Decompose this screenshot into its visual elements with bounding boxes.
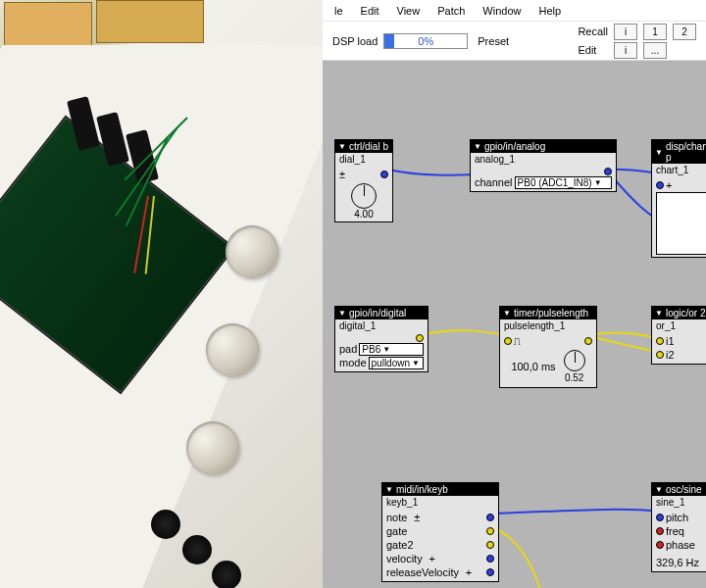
patcher-app: le Edit View Patch Window Help DSP load … [323,0,706,588]
toolbar: DSP load 0% Preset Recall i 1 2 Edit i .… [323,22,706,61]
node-digital-header[interactable]: gpio/in/digital [335,307,428,319]
pulse-in-pin[interactable] [504,337,512,345]
sine-freq-label: freq [666,524,684,538]
node-dial[interactable]: ctrl/dial b dial_1 ± 4.00 [334,139,393,222]
edit-dots-button[interactable]: ... [643,42,667,59]
pulse-out-pin[interactable] [584,337,592,345]
dial-pm: ± [339,168,345,181]
node-pulselength-header[interactable]: timer/pulselength [500,307,596,319]
or-i1-pin[interactable] [656,337,664,345]
keyb-note-pm: ± [414,511,420,524]
node-chart-name: chart_1 [652,164,706,176]
chart-in-pin[interactable] [656,181,664,189]
hardware-photo [0,0,323,588]
keyb-note-label: note [386,511,407,524]
node-sine-header[interactable]: osc/sine [652,483,706,496]
keyb-gate-label: gate [386,524,407,538]
keyb-velocity-pin[interactable] [486,555,494,563]
node-digital-name: digital_1 [335,319,428,332]
pulse-value: 0.52 [564,371,585,385]
sine-pitch-pin[interactable] [656,514,664,521]
pulse-ms: 100,0 ms [511,360,555,373]
digital-out-pin[interactable] [416,334,424,342]
keyb-velocity-label: velocity [386,552,423,565]
keyb-gate-pin[interactable] [486,527,494,535]
menu-file[interactable]: le [327,3,351,19]
node-logic-or[interactable]: logic/or 2 or_1 i1 i2 [651,306,706,365]
keyb-release-pin[interactable] [486,568,494,576]
node-chart-header[interactable]: disp/chart p [652,140,706,164]
dsp-load-meter: 0% [383,33,468,49]
menu-view[interactable]: View [389,3,429,19]
keyb-gate2-pin[interactable] [486,541,494,549]
recall-i-button[interactable]: i [614,24,637,40]
node-logic-or-name: or_1 [652,319,706,332]
recall-1-button[interactable]: 1 [643,24,667,40]
node-dial-name: dial_1 [335,153,392,166]
keyb-gate2-label: gate2 [386,538,414,552]
sine-freq-pin[interactable] [656,527,664,535]
node-keyb-name: keyb_1 [382,496,498,509]
sine-hz: 329,6 Hz [656,556,699,569]
menu-bar[interactable]: le Edit View Patch Window Help [323,0,706,22]
digital-mode-label: mode [339,356,367,369]
node-pulselength[interactable]: timer/pulselength pulselength_1 ⎍ 100,0 … [499,306,597,388]
sine-phase-pin[interactable] [656,541,664,549]
dial-value: 4.00 [339,209,388,220]
node-keyb[interactable]: midi/in/keyb keyb_1 note ± gate gate2 ve… [381,482,499,582]
node-sine-name: sine_1 [652,496,706,509]
patch-canvas[interactable]: ctrl/dial b dial_1 ± 4.00 gpio/in/analog… [323,61,706,588]
edit-label: Edit [578,44,608,56]
sine-phase-label: phase [666,538,695,552]
menu-patch[interactable]: Patch [429,3,473,19]
digital-pad-label: pad [339,342,357,356]
node-dial-header[interactable]: ctrl/dial b [335,140,392,153]
node-analog[interactable]: gpio/in/analog analog_1 channel PB0 (ADC… [470,139,617,192]
digital-pad-combo[interactable]: PB6 [359,343,424,356]
node-keyb-header[interactable]: midi/in/keyb [382,483,498,496]
node-chart[interactable]: disp/chart p chart_1 + [651,139,706,258]
node-sine[interactable]: osc/sine sine_1 pitch freq phase 329,6 H… [651,482,706,572]
recall-label: Recall [578,25,608,37]
menu-edit[interactable]: Edit [353,3,387,19]
node-digital[interactable]: gpio/in/digital digital_1 padPB6 modepul… [334,306,429,372]
digital-mode-combo[interactable]: pulldown [369,357,424,369]
edit-i-button[interactable]: i [614,42,637,59]
dial-knob[interactable] [351,183,377,209]
analog-channel-label: channel [475,175,513,189]
dial-out-pin[interactable] [380,171,388,178]
node-logic-or-header[interactable]: logic/or 2 [652,307,706,319]
sine-pitch-label: pitch [666,511,688,524]
dsp-load-value: 0% [384,34,467,48]
node-analog-header[interactable]: gpio/in/analog [471,140,616,153]
or-i2-pin[interactable] [656,351,664,359]
keyb-note-pin[interactable] [486,514,494,521]
menu-window[interactable]: Window [475,3,529,19]
recall-2-button[interactable]: 2 [673,24,696,40]
or-i1-label: i1 [666,334,675,348]
keyb-release-label: releaseVelocity [386,565,459,579]
menu-help[interactable]: Help [530,3,569,19]
keyb-velocity-plus: + [429,552,434,565]
pulse-dial[interactable] [564,350,585,371]
or-i2-label: i2 [666,348,675,362]
keyb-release-plus: + [466,565,472,579]
node-analog-name: analog_1 [471,153,616,166]
analog-channel-combo[interactable]: PB0 (ADC1_IN8) [515,176,612,189]
pulse-icon: ⎍ [514,334,521,348]
analog-out-pin[interactable] [604,168,612,175]
dsp-load-label: DSP load [332,35,378,47]
node-pulselength-name: pulselength_1 [500,319,596,332]
preset-label: Preset [478,35,509,47]
chart-display [656,192,706,255]
chart-plus: + [666,178,672,192]
